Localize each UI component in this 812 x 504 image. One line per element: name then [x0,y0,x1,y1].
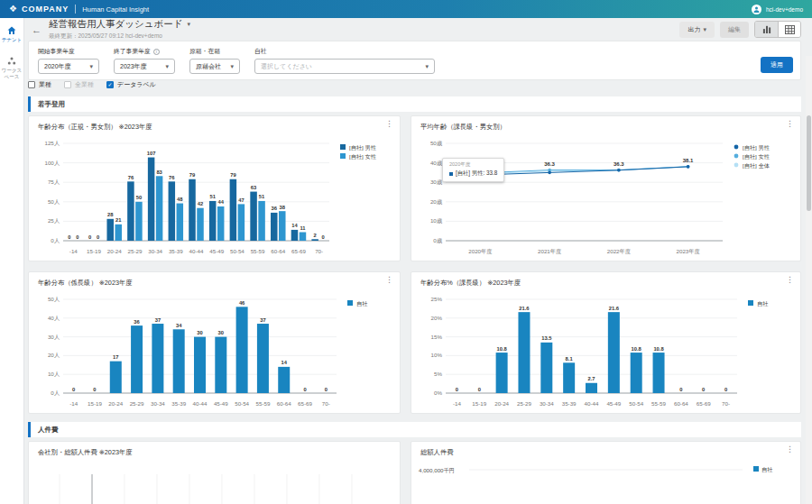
chart-plot[interactable]: 4,000,000千円自社 [411,460,800,504]
svg-text:0: 0 [76,234,78,240]
svg-text:[自社] 女性: [自社] 女性 [349,153,377,160]
chart-card-age-distribution-regular[interactable]: 年齢分布（正規・男女別） ※2023年度 ⋮ 0人25人50人75人100人12… [28,115,401,261]
chart-card-total-labor-cost[interactable]: 総額人件費 ⋮ 4,000,000千円自社 [411,441,801,504]
chart-card-labor-cost-by-company[interactable]: 会社別・総額人件費 ※2023年度 [28,441,401,504]
chart-plot[interactable] [29,460,400,504]
svg-text:28: 28 [107,212,114,217]
chart-card-average-age[interactable]: 平均年齢（課長級・男女別） ⋮ 2020年度 [自社] 男性: 33.8 0歳1… [411,115,801,261]
svg-text:15%: 15% [431,334,443,340]
kebab-menu-icon[interactable]: ⋮ [385,120,393,128]
svg-text:[自社] 男性: [自社] 男性 [349,144,377,151]
checkbox-checked-icon: ✓ [106,81,114,88]
svg-text:自社: 自社 [757,300,769,307]
chart-card-age-distribution-kakaricho[interactable]: 年齢分布（係長級） ※2023年度 ⋮ 0人10人20人30人40人50人-14… [28,271,401,414]
all-industry-checkbox[interactable]: 全業種 [64,80,94,89]
svg-text:35-39: 35-39 [562,400,577,407]
svg-text:60-64: 60-64 [277,400,291,407]
section-labor-cost: 人件費 [28,422,801,437]
svg-text:36: 36 [134,319,140,325]
end-fiscal-year-select[interactable]: 2023年度▾ [114,59,175,74]
svg-text:55-59: 55-59 [651,400,666,407]
user-avatar[interactable] [752,5,761,14]
product-name: Human Capital Insight [82,5,149,14]
svg-text:50歳: 50歳 [430,140,443,146]
svg-text:47: 47 [238,197,244,203]
svg-text:60-64: 60-64 [674,400,688,407]
svg-text:25%: 25% [431,296,443,302]
svg-text:0: 0 [724,387,727,392]
chart-view-button[interactable] [755,22,778,37]
output-button[interactable]: 出力▾ [679,22,715,38]
svg-text:40-44: 40-44 [193,400,208,407]
svg-text:63: 63 [251,185,257,190]
chart-plot[interactable]: 0%5%10%15%20%25%-1415-1920-2425-2930-343… [411,290,800,413]
person-icon [752,5,761,14]
sidebar-item-label: テナント [2,37,23,43]
chart-svg: 4,000,000千円自社 [411,460,800,504]
chart-title: 総額人件費 [420,448,453,457]
sidebar-item-tenant[interactable]: テナント [0,25,23,43]
svg-text:65-69: 65-69 [697,400,711,407]
scrollbar-thumb[interactable] [807,115,811,211]
svg-text:2021年度: 2021年度 [538,248,561,255]
svg-text:79: 79 [230,172,236,178]
back-arrow-icon[interactable]: ← [32,24,42,35]
chart-plot[interactable]: 0人25人50人75人100人125人-1415-1920-2425-2930-… [29,134,400,261]
start-fiscal-year-select[interactable]: 2020年度▾ [38,59,99,74]
svg-text:2022年度: 2022年度 [607,248,631,255]
svg-text:79: 79 [189,172,196,178]
kebab-menu-icon[interactable]: ⋮ [786,276,794,284]
scrollbar-track[interactable] [806,56,812,504]
svg-text:83: 83 [156,170,162,175]
svg-text:-14: -14 [453,400,462,407]
kebab-menu-icon[interactable]: ⋮ [786,445,794,454]
chevron-down-icon: ▾ [230,63,234,70]
kebab-menu-icon[interactable]: ⋮ [385,276,393,284]
svg-text:0: 0 [702,387,705,392]
info-icon[interactable]: i [153,49,160,55]
svg-text:0: 0 [72,387,75,392]
data-label-checkbox[interactable]: ✓ データラベル [106,80,156,89]
sidebar-item-label: ワークスペース [0,68,23,80]
apply-button[interactable]: 適用 [761,57,793,73]
svg-text:35-39: 35-39 [171,400,186,407]
dashboard-title-dropdown[interactable]: 経営報告用人事ダッシュボード ▾ [49,18,190,31]
table-grid-icon [785,25,795,34]
svg-text:0: 0 [97,234,99,240]
username[interactable]: hci-dev+demo [766,6,803,13]
own-company-select[interactable]: 選択してください▾ [254,59,435,74]
svg-text:40-44: 40-44 [585,400,599,407]
svg-text:70-: 70- [315,248,323,254]
chart-plot[interactable]: 2020年度 [自社] 男性: 33.8 0歳10歳20歳30歳40歳50歳20… [411,134,800,261]
svg-text:[自社] 男性: [自社] 男性 [743,144,770,151]
table-view-button[interactable] [778,22,800,37]
svg-text:51: 51 [209,194,216,199]
svg-text:21.6: 21.6 [519,306,530,311]
svg-text:30-34: 30-34 [148,248,162,254]
svg-text:0人: 0人 [51,237,60,243]
chart-plot[interactable]: 0人10人20人30人40人50人-1415-1920-2425-2930-34… [29,290,400,413]
svg-text:0: 0 [478,387,481,392]
svg-text:13.5: 13.5 [541,335,552,341]
svg-text:0: 0 [456,387,458,392]
svg-text:30-34: 30-34 [540,400,554,407]
svg-text:65-69: 65-69 [298,400,312,407]
svg-text:50-54: 50-54 [235,400,249,407]
view-toggle [754,21,801,38]
registry-select[interactable]: 原籍会社▾ [189,59,240,74]
svg-text:60-64: 60-64 [271,248,285,254]
app-root: ❖ COMPANY Human Capital Insight hci-dev+… [0,0,812,504]
edit-button[interactable]: 編集 [720,22,749,38]
chart-svg [29,460,400,504]
chart-card-age-distribution-pct-kacho[interactable]: 年齢分布%（課長級） ※2023年度 ⋮ 0%5%10%15%20%25%-14… [411,271,801,414]
svg-text:107: 107 [147,151,156,156]
sidebar-item-workspace[interactable]: ワークスペース [0,56,23,80]
chart-svg: 0%5%10%15%20%25%-1415-1920-2425-2930-343… [411,290,800,413]
svg-text:10%: 10% [431,352,443,358]
section-young-talent: 若手登用 [28,96,801,112]
svg-text:55-59: 55-59 [256,400,271,407]
industry-checkbox[interactable]: 業種 [28,80,51,89]
kebab-menu-icon[interactable]: ⋮ [786,120,794,128]
chevron-down-icon: ▾ [703,26,706,33]
topbar: ❖ COMPANY Human Capital Insight hci-dev+… [0,0,812,18]
